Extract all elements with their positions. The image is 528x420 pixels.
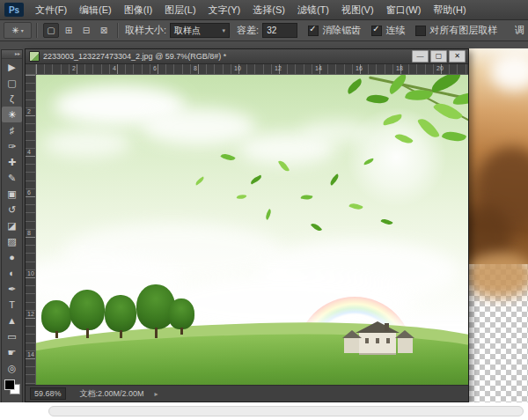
branch-leaves-layer <box>36 75 468 386</box>
add-to-selection-icon[interactable]: ⊞ <box>61 23 77 38</box>
type-tool[interactable]: T <box>2 297 22 313</box>
canvas[interactable] <box>36 75 468 386</box>
ruler-origin-corner[interactable] <box>26 64 36 75</box>
ruler-number: 16 <box>356 65 363 71</box>
menu-view[interactable]: 视图(V) <box>335 0 380 19</box>
refine-edge-button-cropped[interactable]: 调 <box>515 24 528 37</box>
gradient-tool[interactable]: ▨ <box>2 233 22 249</box>
ruler-number: 12 <box>27 311 34 317</box>
hand-tool[interactable]: ☛ <box>2 344 22 360</box>
document-titlebar[interactable]: 2233003_123227473304_2.jpg @ 59.7%(RGB/8… <box>26 49 468 64</box>
option-contiguous[interactable]: 连续 <box>371 24 405 37</box>
zoom-tool[interactable]: ◎ <box>2 360 22 376</box>
magic-wand-glyph: ✳ <box>11 26 18 35</box>
page-bottom-strip <box>0 402 528 420</box>
minimize-button[interactable]: — <box>412 50 429 63</box>
option-anti-alias[interactable]: 消除锯齿 <box>308 24 361 37</box>
blur-tool[interactable]: ● <box>2 249 22 265</box>
ruler-number: 14 <box>27 351 34 357</box>
chevron-down-icon: ▾ <box>21 27 24 33</box>
clone-stamp-tool[interactable]: ▣ <box>2 186 22 202</box>
contiguous-checkbox[interactable] <box>371 26 382 36</box>
menu-window[interactable]: 窗口(W) <box>380 0 428 19</box>
sample-size-select[interactable]: 取样点 ▾ <box>170 23 230 38</box>
ruler-number: 4 <box>113 65 116 71</box>
healing-brush-tool[interactable]: ✚ <box>2 154 22 170</box>
ruler-number: 10 <box>27 270 34 276</box>
leaf-icon <box>345 78 364 94</box>
option-checkboxes: 消除锯齿连续对所有图层取样 <box>297 24 497 37</box>
eyedropper-tool[interactable]: ✑ <box>2 138 22 154</box>
ruler-number: 2 <box>72 65 76 71</box>
history-brush-tool[interactable]: ↺ <box>2 202 22 217</box>
menu-file[interactable]: 文件(F) <box>29 0 73 19</box>
option-sample-all-layers[interactable]: 对所有图层取样 <box>415 24 497 37</box>
photoshop-app: Ps 文件(F)编辑(E)图像(I)图层(L)文字(Y)选择(S)滤镜(T)视图… <box>0 0 528 420</box>
maximize-button[interactable]: ▢ <box>430 50 447 63</box>
zoom-level-field[interactable]: 59.68% <box>30 387 66 400</box>
dodge-tool[interactable]: ◐ <box>2 265 22 281</box>
leaf-icon <box>382 114 402 126</box>
anti-alias-checkbox[interactable] <box>308 26 319 36</box>
horizontal-ruler[interactable]: 2468101214161820 <box>36 64 468 75</box>
document-body: 2468101214161820 2468101214 <box>26 64 468 386</box>
lasso-tool[interactable]: ζ <box>2 91 22 107</box>
menu-type[interactable]: 文字(Y) <box>202 0 247 19</box>
sample-all-layers-label: 对所有图层取样 <box>429 24 497 37</box>
tolerance-label: 容差: <box>237 24 259 37</box>
menu-image[interactable]: 图像(I) <box>118 0 158 19</box>
menu-layer[interactable]: 图层(L) <box>158 0 202 19</box>
new-selection-icon[interactable]: ▢ <box>43 23 59 38</box>
ruler-number: 6 <box>27 189 31 195</box>
leaf-icon <box>453 92 468 105</box>
rectangular-marquee-tool[interactable]: ▢ <box>2 75 22 91</box>
shape-tool[interactable]: ▭ <box>2 328 22 344</box>
anti-alias-label: 消除锯齿 <box>322 24 361 37</box>
sample-all-layers-checkbox[interactable] <box>415 26 426 36</box>
document-size-info: 文档:2.00M/2.00M <box>80 388 144 400</box>
ruler-number: 6 <box>153 65 157 71</box>
crop-tool[interactable]: ♯ <box>2 122 22 138</box>
window-controls: —▢✕ <box>410 50 466 63</box>
magic-wand-preset-icon[interactable]: ✳ ▾ <box>4 22 32 39</box>
menu-filter[interactable]: 滤镜(T) <box>291 0 335 19</box>
document-status-bar: 59.68% 文档:2.00M/2.00M ▸ <box>26 385 468 402</box>
selection-mode-group: ▢⊞⊟⊠ <box>42 23 113 38</box>
separator <box>36 23 38 38</box>
status-flyout-icon[interactable]: ▸ <box>155 390 158 398</box>
chevron-down-icon: ▾ <box>223 27 226 34</box>
ruler-number: 14 <box>315 65 322 71</box>
ruler-number: 8 <box>194 65 197 71</box>
pen-tool[interactable]: ✒ <box>2 281 22 297</box>
tolerance-input[interactable]: 32 <box>262 23 297 38</box>
leaf-icon <box>429 75 464 92</box>
foreground-color-swatch[interactable] <box>4 379 15 390</box>
subtract-from-selection-icon[interactable]: ⊟ <box>78 23 94 38</box>
eraser-tool[interactable]: ◪ <box>2 217 22 233</box>
brush-tool[interactable]: ✎ <box>2 170 22 186</box>
menu-select[interactable]: 选择(S) <box>246 0 291 19</box>
magic-wand-tool[interactable]: ✳ <box>2 107 22 122</box>
ruler-number: 18 <box>396 65 403 71</box>
background-document[interactable] <box>469 48 528 402</box>
document-title: 2233003_123227473304_2.jpg @ 59.7%(RGB/8… <box>43 52 410 61</box>
panel-collapse-button[interactable]: ▸▸ <box>2 50 22 59</box>
photoshop-logo: Ps <box>4 3 24 17</box>
menu-items: 文件(F)编辑(E)图像(I)图层(L)文字(Y)选择(S)滤镜(T)视图(V)… <box>29 0 473 19</box>
path-selection-tool[interactable]: ▲ <box>2 313 22 328</box>
page-scrollbar[interactable] <box>48 406 524 416</box>
menu-edit[interactable]: 编辑(E) <box>73 0 118 19</box>
leaf-icon <box>385 75 410 94</box>
intersect-with-selection-icon[interactable]: ⊠ <box>96 23 112 38</box>
vertical-ruler[interactable]: 2468101214 <box>26 75 36 386</box>
separator <box>117 23 119 38</box>
color-swatches[interactable] <box>2 378 22 395</box>
sample-size-label: 取样大小: <box>125 24 166 37</box>
close-button[interactable]: ✕ <box>449 50 466 63</box>
tool-list: ▶▢ζ✳♯✑✚✎▣↺◪▨●◐✒T▲▭☛◎ <box>2 59 22 376</box>
photo-edge-blob <box>469 253 528 298</box>
move-tool[interactable]: ▶ <box>2 59 22 75</box>
menu-bar: Ps 文件(F)编辑(E)图像(I)图层(L)文字(Y)选择(S)滤镜(T)视图… <box>0 0 528 20</box>
leaf-icon <box>394 130 414 147</box>
menu-help[interactable]: 帮助(H) <box>427 0 472 19</box>
